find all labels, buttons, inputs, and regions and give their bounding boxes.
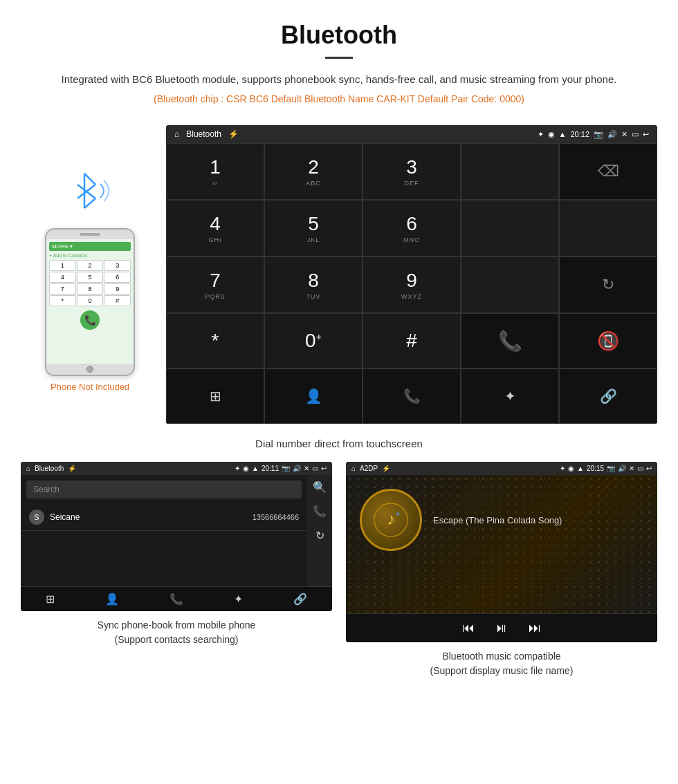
prev-button[interactable]: ⏮ <box>462 621 475 635</box>
pb-vol[interactable]: 🔊 <box>293 465 301 472</box>
dial-key-2[interactable]: 2ABC <box>264 143 363 200</box>
phone-top-bar <box>46 230 134 239</box>
ms-usb: ⚡ <box>382 465 390 472</box>
dial-backspace[interactable]: ⌫ <box>559 143 657 200</box>
phone-icon[interactable]: 📞 <box>313 505 327 518</box>
phone-key: 1 <box>49 260 76 271</box>
contact-row[interactable]: S Seicane 13566664466 <box>21 504 307 531</box>
phone-key: 0 <box>77 295 104 306</box>
dial-key-hash[interactable]: # <box>363 313 461 368</box>
bottom-screenshots: ⌂ Bluetooth ⚡ ✦ ◉ ▲ 20:11 📷 🔊 ✕ ▭ ↩ <box>0 462 678 678</box>
pb-grid-icon[interactable]: ⊞ <box>46 592 55 606</box>
ms-x[interactable]: ✕ <box>629 465 634 472</box>
pb-bt-icon[interactable]: ✦ <box>234 592 243 606</box>
ms-title: A2DP <box>360 465 378 472</box>
ms-win[interactable]: ▭ <box>637 465 643 472</box>
music-controls: ⏮ ⏯ ⏭ <box>346 613 657 642</box>
phonebook-sidebar: 🔍 📞 ↻ <box>307 475 332 586</box>
dial-empty-3 <box>461 256 559 313</box>
home-icon[interactable]: ⌂ <box>174 129 179 139</box>
ms-loc: ◉ <box>568 465 574 472</box>
dial-nav-grid[interactable]: ⊞ <box>166 368 264 424</box>
phonebook-main: Search S Seicane 13566664466 <box>21 475 307 586</box>
dial-nav-link[interactable]: 🔗 <box>559 368 657 424</box>
page-header: Bluetooth Integrated with BC6 Bluetooth … <box>0 0 678 125</box>
phone-key: # <box>104 295 131 306</box>
ms-back[interactable]: ↩ <box>646 465 652 472</box>
phone-key: 2 <box>77 260 104 271</box>
dial-nav-person[interactable]: 👤 <box>264 368 363 424</box>
dial-key-0[interactable]: 0+ <box>264 313 363 368</box>
search-placeholder: Search <box>33 485 59 494</box>
location-icon: ◉ <box>548 130 555 139</box>
dial-key-3[interactable]: 3DEF <box>363 143 461 200</box>
ms-home-icon[interactable]: ⌂ <box>351 465 356 472</box>
music-block: ⌂ A2DP ⚡ ✦ ◉ ▲ 20:15 📷 🔊 ✕ ▭ ↩ <box>346 462 657 678</box>
phonebook-block: ⌂ Bluetooth ⚡ ✦ ◉ ▲ 20:11 📷 🔊 ✕ ▭ ↩ <box>21 462 332 678</box>
phone-keypad: 1 2 3 4 5 6 7 8 9 * 0 # <box>49 260 131 306</box>
phonebook-with-sidebar: Search S Seicane 13566664466 🔍 📞 ↻ <box>21 475 332 586</box>
dial-key-6[interactable]: 6MNO <box>363 200 461 256</box>
dial-key-7[interactable]: 7PQRS <box>166 256 264 313</box>
volume-icon[interactable]: 🔊 <box>607 130 617 139</box>
main-content: MORE ▾ + Add to Contacts 1 2 3 4 5 6 7 8… <box>0 125 678 424</box>
phonebook-search[interactable]: Search <box>26 480 302 498</box>
pb-cam[interactable]: 📷 <box>282 465 290 472</box>
contact-name: Seicane <box>50 512 253 522</box>
ms-vol[interactable]: 🔊 <box>618 465 626 472</box>
svg-text:✦: ✦ <box>395 510 401 518</box>
dial-key-8[interactable]: 8TUV <box>264 256 363 313</box>
dial-key-star[interactable]: * <box>166 313 264 368</box>
dialpad-area: 1∞ 2ABC 3DEF ⌫ 4GHI 5JKL 6MNO <box>166 143 657 424</box>
phone-key: 6 <box>104 272 131 283</box>
dial-nav-phone[interactable]: 📞 <box>363 368 461 424</box>
next-button[interactable]: ⏭ <box>529 621 541 635</box>
pb-usb: ⚡ <box>68 465 76 472</box>
window-icon[interactable]: ▭ <box>632 130 639 139</box>
pb-bt: ✦ <box>235 465 240 472</box>
music-screen-bg: ♪ ✦ Escape (The Pina Colada Song) <box>346 475 657 613</box>
close-icon[interactable]: ✕ <box>621 130 627 139</box>
dial-key-1[interactable]: 1∞ <box>166 143 264 200</box>
svg-line-4 <box>84 198 95 208</box>
ms-sig: ▲ <box>577 465 584 472</box>
music-status-bar: ⌂ A2DP ⚡ ✦ ◉ ▲ 20:15 📷 🔊 ✕ ▭ ↩ <box>346 462 657 475</box>
back-icon[interactable]: ↩ <box>643 130 649 139</box>
ms-bt: ✦ <box>560 465 565 472</box>
signal-icon: ▲ <box>559 130 567 138</box>
dial-call-red[interactable]: 📵 <box>559 313 657 368</box>
dial-display <box>461 143 559 200</box>
dial-refresh[interactable]: ↻ <box>559 256 657 313</box>
pb-x[interactable]: ✕ <box>304 465 309 472</box>
music-album-art: ♪ ✦ <box>360 489 422 551</box>
dial-empty-1 <box>461 200 559 256</box>
contact-number: 13566664466 <box>253 513 299 521</box>
ms-cam[interactable]: 📷 <box>607 465 615 472</box>
phonebook-screen: ⌂ Bluetooth ⚡ ✦ ◉ ▲ 20:11 📷 🔊 ✕ ▭ ↩ <box>21 462 332 611</box>
status-right: ✦ ◉ ▲ 20:12 📷 🔊 ✕ ▭ ↩ <box>538 130 649 139</box>
camera-icon[interactable]: 📷 <box>594 130 603 139</box>
status-title: Bluetooth <box>186 129 221 139</box>
pb-home-icon[interactable]: ⌂ <box>26 465 30 472</box>
time-display: 20:12 <box>570 130 589 138</box>
phonebook-bottom-bar: ⊞ 👤 📞 ✦ 🔗 <box>21 586 332 611</box>
play-pause-button[interactable]: ⏯ <box>495 621 508 635</box>
dial-nav-bluetooth[interactable]: ✦ <box>461 368 559 424</box>
dial-empty-2 <box>559 200 657 256</box>
pb-back[interactable]: ↩ <box>321 465 327 472</box>
refresh-icon[interactable]: ↻ <box>315 529 324 542</box>
pb-win[interactable]: ▭ <box>312 465 318 472</box>
phone-key: 9 <box>104 283 131 295</box>
dial-key-5[interactable]: 5JKL <box>264 200 363 256</box>
car-screen-main[interactable]: ⌂ Bluetooth ⚡ ✦ ◉ ▲ 20:12 📷 🔊 ✕ ▭ ↩ 1∞ <box>166 125 657 424</box>
pb-link-icon[interactable]: 🔗 <box>293 592 307 606</box>
phone-key: 4 <box>49 272 76 283</box>
dial-key-9[interactable]: 9WXYZ <box>363 256 461 313</box>
phone-key: 5 <box>77 272 104 283</box>
pb-person-icon[interactable]: 👤 <box>105 592 119 606</box>
dial-call-green[interactable]: 📞 <box>461 313 559 368</box>
dial-key-4[interactable]: 4GHI <box>166 200 264 256</box>
search-icon[interactable]: 🔍 <box>313 480 327 494</box>
pb-call-icon[interactable]: 📞 <box>170 592 183 606</box>
main-status-bar: ⌂ Bluetooth ⚡ ✦ ◉ ▲ 20:12 📷 🔊 ✕ ▭ ↩ <box>166 125 657 143</box>
